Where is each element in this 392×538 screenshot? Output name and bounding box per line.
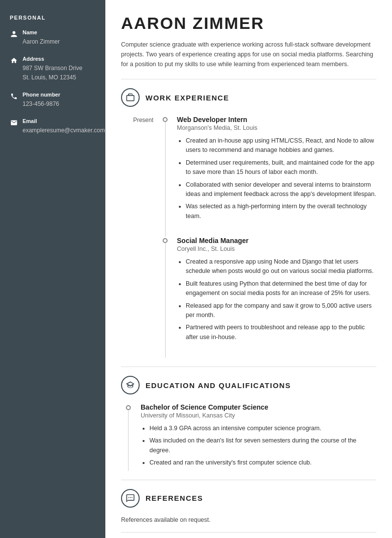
- work-entry-1: Present Web Developer Intern Morganson's…: [121, 116, 376, 237]
- references-section: REFERENCES References available on reque…: [121, 489, 376, 523]
- timeline-line-2: [165, 243, 166, 358]
- email-value: exampleresume@cvmaker.com: [23, 127, 105, 134]
- edu-content: Bachelor of Science Computer Science Uni…: [136, 403, 376, 471]
- graduation-icon: [125, 380, 135, 390]
- bullet: Built features using Python that determi…: [186, 279, 376, 298]
- divider-2: [121, 367, 376, 367]
- name-value: Aaron Zimmer: [23, 38, 60, 45]
- divider-1: [121, 79, 376, 79]
- sidebar-item-name: Name Aaron Zimmer: [10, 29, 96, 46]
- work-content-1: Web Developer Intern Morganson's Media, …: [170, 116, 376, 237]
- references-section-title: REFERENCES: [146, 494, 203, 502]
- work-date-1: Present: [121, 116, 160, 237]
- divider-4: [121, 532, 376, 533]
- timeline-dot-1: [163, 117, 168, 122]
- bullet: Created an in-house app using HTML/CSS, …: [186, 136, 376, 155]
- bullet: Was selected as a high-performing intern…: [186, 202, 376, 221]
- references-text: References available on request.: [121, 516, 376, 523]
- references-section-header: REFERENCES: [121, 489, 376, 508]
- address-value: 987 SW Branson DriveSt. Louis, MO 12345: [23, 65, 82, 81]
- phone-value: 123-456-9876: [23, 100, 59, 107]
- address-label: Address: [23, 56, 82, 62]
- edu-line: [128, 409, 129, 471]
- bullet: Created a responsive app using Node and …: [186, 257, 376, 276]
- timeline-dot-2: [163, 238, 168, 243]
- email-label: Email: [23, 118, 105, 124]
- resume-name: AARON ZIMMER: [121, 14, 376, 33]
- bullet: Created and ran the university's first c…: [149, 458, 376, 467]
- divider-3: [121, 480, 376, 480]
- edu-school: University of Missouri, Kansas City: [141, 412, 376, 419]
- bullet: Released app for the company and saw it …: [186, 301, 376, 320]
- work-content-2: Social Media Manager Coryell Inc., St. L…: [170, 237, 376, 358]
- work-entry-2: Social Media Manager Coryell Inc., St. L…: [121, 237, 376, 358]
- edu-degree: Bachelor of Science Computer Science: [141, 403, 376, 411]
- education-section-title: EDUCATION AND QUALIFICATIONS: [146, 381, 291, 390]
- briefcase-icon: [125, 93, 135, 102]
- work-section-title: WORK EXPERIENCE: [146, 94, 229, 102]
- phone-icon: [10, 93, 18, 102]
- sidebar: PERSONAL Name Aaron Zimmer Address 987 S…: [0, 0, 105, 538]
- job-company-1: Morganson's Media, St. Louis: [177, 124, 376, 131]
- bullet: Held a 3.9 GPA across an intensive compu…: [149, 424, 376, 433]
- edu-dot: [126, 405, 131, 410]
- work-timeline-2: [160, 237, 170, 358]
- work-icon-circle: [121, 88, 140, 107]
- bullet: Partnered with peers to troubleshoot and…: [186, 323, 376, 342]
- job-title-1: Web Developer Intern: [177, 116, 376, 123]
- bullet: Collaborated with senior developer and s…: [186, 180, 376, 199]
- work-experience-section: WORK EXPERIENCE Present Web Developer In…: [121, 88, 376, 358]
- bullet: Was included on the dean's list for seve…: [149, 436, 376, 455]
- edu-bullets: Held a 3.9 GPA across an intensive compu…: [141, 424, 376, 468]
- job-bullets-2: Created a responsive app using Node and …: [177, 257, 376, 342]
- job-bullets-1: Created an in-house app using HTML/CSS, …: [177, 136, 376, 221]
- work-section-header: WORK EXPERIENCE: [121, 88, 376, 107]
- phone-label: Phone number: [23, 92, 60, 98]
- sidebar-item-address: Address 987 SW Branson DriveSt. Louis, M…: [10, 56, 96, 82]
- work-timeline-1: [160, 116, 170, 237]
- edu-timeline-left: [121, 403, 136, 471]
- sidebar-item-phone: Phone number 123-456-9876: [10, 92, 96, 108]
- person-icon: [10, 30, 18, 40]
- sidebar-item-email: Email exampleresume@cvmaker.com: [10, 118, 96, 135]
- name-label: Name: [23, 29, 60, 35]
- references-icon-circle: [121, 489, 140, 508]
- main-content: AARON ZIMMER Computer science graduate w…: [105, 0, 392, 538]
- education-icon-circle: [121, 376, 140, 394]
- home-icon: [10, 57, 18, 66]
- email-icon: [10, 119, 18, 128]
- education-section-header: EDUCATION AND QUALIFICATIONS: [121, 376, 376, 394]
- work-date-2: [121, 237, 160, 358]
- bullet: Determined user requirements, built, and…: [186, 158, 376, 177]
- sidebar-section-title: PERSONAL: [10, 15, 96, 21]
- timeline-line-1: [165, 122, 166, 237]
- comment-icon: [125, 493, 135, 503]
- job-title-2: Social Media Manager: [177, 237, 376, 245]
- education-section: EDUCATION AND QUALIFICATIONS Bachelor of…: [121, 376, 376, 471]
- education-entries: Bachelor of Science Computer Science Uni…: [121, 403, 376, 471]
- job-company-2: Coryell Inc., St. Louis: [177, 245, 376, 252]
- resume-summary: Computer science graduate with experienc…: [121, 40, 376, 69]
- work-entries: Present Web Developer Intern Morganson's…: [121, 116, 376, 358]
